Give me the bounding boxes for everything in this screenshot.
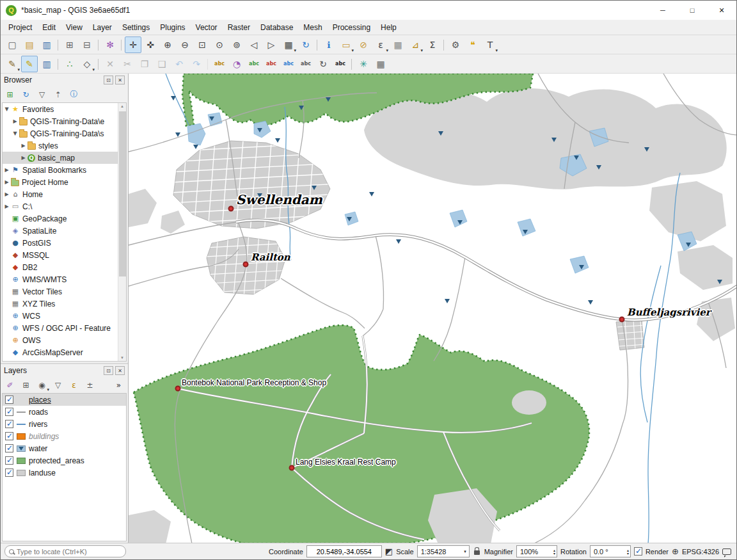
identify-features-button[interactable]: ℹ	[321, 36, 337, 53]
maximize-button[interactable]: □	[678, 1, 707, 20]
layer-visibility-checkbox[interactable]	[5, 456, 13, 465]
filter-legend-button[interactable]: ▽	[51, 378, 65, 392]
undo-button[interactable]: ↶	[171, 56, 187, 72]
browser-item-ows[interactable]: ⊕ OWS	[3, 334, 126, 346]
layer-row-buildings[interactable]: buildings	[3, 430, 126, 442]
show-hide-labels-button[interactable]: abc	[280, 56, 297, 72]
pin-unpin-labels-button[interactable]: abc	[263, 56, 280, 72]
browser-item-styles[interactable]: styles	[3, 140, 126, 152]
browser-item-mssql[interactable]: ◆ MSSQL	[3, 249, 126, 261]
title-bar[interactable]: Q *basic_map - QGIS 3e6ae65df1 ─ □ ✕	[1, 1, 736, 20]
rotate-label-button[interactable]: ↻	[315, 56, 331, 72]
menu-settings[interactable]: Settings	[117, 21, 155, 34]
menu-project[interactable]: Project	[3, 21, 37, 34]
zoom-full-button[interactable]: ⊡	[194, 36, 210, 53]
crs-status[interactable]: EPSG:4326	[682, 548, 719, 556]
add-group-button[interactable]: ⊞	[19, 378, 33, 392]
browser-float-button[interactable]: ⊡	[104, 76, 113, 84]
expander-icon[interactable]	[3, 167, 11, 173]
browser-item-vector-tiles[interactable]: ▦ Vector Tiles	[3, 285, 126, 298]
add-selected-layers-button[interactable]: ⊞	[3, 88, 17, 101]
redo-button[interactable]: ↷	[188, 56, 205, 72]
refresh-browser-button[interactable]: ↻	[19, 88, 33, 101]
show-layout-manager-button[interactable]: ⊟	[79, 36, 95, 53]
change-label-button[interactable]: abc	[332, 56, 349, 72]
browser-item-home[interactable]: ⌂ Home	[3, 188, 126, 200]
menu-raster[interactable]: Raster	[223, 21, 255, 34]
browser-item-db2[interactable]: ◆ DB2	[3, 261, 126, 273]
refresh-map-button[interactable]: ↻	[297, 36, 314, 53]
layer-visibility-checkbox[interactable]	[5, 420, 13, 428]
menu-edit[interactable]: Edit	[37, 21, 61, 34]
new-print-layout-button[interactable]: ⊞	[61, 36, 78, 53]
menu-help[interactable]: Help	[376, 21, 402, 34]
rotation-spinbox[interactable]: 0.0 °	[590, 545, 631, 557]
move-label-button[interactable]: abc	[297, 56, 314, 72]
expander-icon[interactable]	[3, 191, 11, 197]
deselect-features-button[interactable]: ⊘	[355, 36, 372, 53]
browser-close-button[interactable]: ✕	[115, 76, 125, 84]
pan-to-selection-button[interactable]: ✜	[142, 36, 159, 53]
layer-row-rivers[interactable]: rivers	[3, 418, 126, 430]
browser-item-postgis[interactable]: ● PostGIS	[3, 237, 126, 249]
locate-box[interactable]	[4, 545, 126, 557]
expander-icon[interactable]	[3, 106, 11, 112]
layer-diagram-options-button[interactable]: ◔	[228, 56, 245, 72]
layer-row-landuse[interactable]: landuse	[3, 467, 126, 479]
expander-icon[interactable]	[19, 155, 28, 161]
select-by-value-button[interactable]: ε	[372, 36, 389, 53]
pan-map-button[interactable]: ✛	[125, 36, 141, 53]
layer-visibility-checkbox[interactable]	[5, 468, 13, 477]
magnifier-spinbox[interactable]: 100%	[516, 545, 557, 557]
browser-item-geopackage[interactable]: ▣ GeoPackage	[3, 212, 126, 225]
menu-processing[interactable]: Processing	[328, 21, 376, 34]
layer-row-water[interactable]: water	[3, 442, 126, 454]
toggle-editing-button[interactable]: ✎	[21, 56, 38, 72]
layer-labeling-options-button[interactable]: abc	[211, 56, 228, 72]
browser-item-c-drive[interactable]: ▭ C:\	[3, 200, 126, 212]
layer-visibility-checkbox[interactable]	[5, 396, 13, 404]
lock-icon[interactable]	[474, 550, 480, 555]
layers-close-button[interactable]: ✕	[115, 366, 125, 375]
expander-icon[interactable]	[3, 179, 11, 185]
menu-view[interactable]: View	[61, 21, 88, 34]
browser-item-favorites[interactable]: ★ Favorites	[3, 103, 126, 115]
layer-visibility-checkbox[interactable]	[5, 432, 13, 440]
layers-overflow-button[interactable]: »	[111, 378, 126, 392]
zoom-to-layer-button[interactable]: ⊚	[228, 36, 245, 53]
save-layer-edits-button[interactable]: ▥	[38, 56, 55, 72]
open-attribute-table-button[interactable]: ▦	[390, 36, 406, 53]
layer-row-places[interactable]: places	[3, 394, 126, 406]
zoom-out-button[interactable]: ⊖	[177, 36, 193, 53]
filter-by-expression-button[interactable]: ε	[67, 378, 81, 392]
menu-plugins[interactable]: Plugins	[155, 21, 190, 34]
plugins-button[interactable]: ✳	[355, 56, 372, 72]
locate-input[interactable]	[17, 548, 123, 556]
layer-row-protected-areas[interactable]: protected_areas	[3, 454, 126, 467]
layer-visibility-checkbox[interactable]	[5, 408, 13, 416]
open-layer-styling-button[interactable]: ✐	[3, 378, 17, 392]
grid-button[interactable]: ▦	[372, 56, 389, 72]
zoom-next-button[interactable]: ▷	[263, 36, 280, 53]
vertex-tool-button[interactable]: ◇	[79, 56, 95, 72]
new-project-button[interactable]: ▢	[4, 36, 20, 53]
expander-icon[interactable]	[11, 131, 19, 136]
browser-item-xyz-tiles[interactable]: ▦ XYZ Tiles	[3, 298, 126, 310]
layers-float-button[interactable]: ⊡	[104, 366, 113, 375]
expander-icon[interactable]	[11, 118, 19, 124]
expander-icon[interactable]	[19, 143, 28, 148]
zoom-last-button[interactable]: ◁	[246, 36, 262, 53]
measure-button[interactable]: ⊿	[407, 36, 424, 53]
spin-down-icon[interactable]	[553, 552, 555, 555]
browser-item-wfs[interactable]: ⊕ WFS / OGC API - Feature	[3, 322, 126, 334]
browser-item-basic-map[interactable]: Q basic_map	[3, 152, 126, 164]
render-checkbox[interactable]	[634, 547, 642, 556]
menu-mesh[interactable]: Mesh	[298, 21, 327, 34]
layer-row-roads[interactable]: roads	[3, 406, 126, 418]
close-button[interactable]: ✕	[707, 1, 736, 20]
scale-combo[interactable]: 1:35428 ▾	[417, 545, 470, 557]
spin-arrows[interactable]	[553, 548, 555, 555]
browser-item-training-data-e[interactable]: QGIS-Training-Data\e	[3, 115, 126, 127]
map-canvas[interactable]: Swellendam Railton Buffeljagsrivier	[129, 74, 736, 543]
select-features-button[interactable]: ▭	[338, 36, 354, 53]
